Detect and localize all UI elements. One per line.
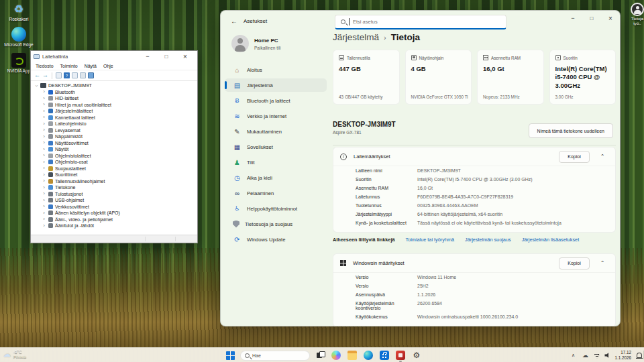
device-tree-item[interactable]: › Ääni-, video- ja peliohjaimet [34, 217, 197, 223]
device-tree-item[interactable]: › Näytöt [34, 146, 197, 153]
tray-icon[interactable] [604, 353, 610, 359]
menu-item[interactable]: Toiminto [60, 64, 78, 68]
copy-windows-specs-button[interactable]: Kopioi [559, 257, 590, 269]
related-link[interactable]: Toimialue tai työryhmä [405, 237, 454, 243]
chevron-right-icon[interactable]: › [42, 115, 46, 120]
chevron-right-icon[interactable]: › [42, 217, 46, 222]
device-tree-item[interactable]: › Ohjelmisto-osat [34, 159, 197, 166]
back-arrow-icon[interactable]: ← [34, 72, 40, 78]
chevron-right-icon[interactable]: › [42, 127, 46, 133]
chevron-right-icon[interactable]: › [42, 191, 46, 196]
device-tree-item[interactable]: › USB-ohjaimet [34, 197, 197, 204]
toolbar-icon[interactable] [64, 72, 70, 78]
device-tree-item[interactable]: › Äänitulot ja -lähdöt [34, 223, 197, 229]
chevron-right-icon[interactable]: › [42, 121, 46, 127]
taskbar-app-button[interactable] [330, 349, 342, 362]
menu-item[interactable]: Ohje [103, 64, 113, 68]
window-control-icon[interactable] [601, 11, 620, 25]
toolbar-icon[interactable] [88, 72, 94, 78]
clock[interactable]: 17.12 1.1.2026 [614, 350, 631, 361]
chevron-right-icon[interactable]: › [42, 172, 46, 178]
device-tree-item[interactable]: › Tulostusjonot [34, 191, 197, 198]
taskbar-search[interactable]: Hae [240, 351, 310, 361]
chevron-right-icon[interactable]: › [42, 198, 46, 203]
menu-item[interactable]: Näytä [85, 64, 97, 68]
settings-nav-item[interactable]: Tilit [225, 156, 327, 169]
toolbar-icon[interactable] [72, 72, 78, 78]
chevron-right-icon[interactable]: › [42, 210, 46, 216]
chevron-right-icon[interactable]: › [42, 153, 46, 158]
chevron-down-icon[interactable]: › [34, 83, 39, 88]
chevron-right-icon[interactable]: › [42, 185, 46, 190]
settings-nav-item[interactable]: Aika ja kieli [225, 171, 327, 184]
chevron-right-icon[interactable]: › [42, 96, 46, 101]
menu-item[interactable]: Tiedosto [36, 64, 54, 68]
device-tree-item[interactable]: › Näyttösovittimet [34, 140, 197, 147]
settings-nav-item[interactable]: Windows Update [225, 233, 327, 246]
windows-specs-header[interactable]: Windowsin määritykset Kopioi ⌃ [333, 254, 615, 273]
back-button[interactable]: ← [229, 15, 239, 26]
settings-search-input[interactable]: Etsi asetus [335, 15, 506, 29]
device-tree-root[interactable]: › DESKTOP-JM3IM9T [34, 82, 197, 89]
device-tree-item[interactable]: › HID-laitteet [34, 95, 197, 102]
chevron-right-icon[interactable]: › [42, 109, 46, 114]
device-tree-item[interactable]: › Bluetooth [34, 89, 197, 96]
taskbar-app-button[interactable] [411, 349, 423, 362]
chevron-right-icon[interactable]: › [42, 204, 46, 209]
copy-device-specs-button[interactable]: Kopioi [559, 151, 590, 163]
settings-nav-item[interactable]: Aloitus [225, 63, 327, 76]
window-control-icon[interactable] [564, 11, 582, 25]
tray-icon[interactable] [581, 351, 589, 360]
toolbar-icon[interactable] [56, 72, 62, 78]
start-button[interactable] [224, 349, 236, 362]
device-tree-item[interactable]: › Ohjelmistolaitteet [34, 153, 197, 160]
window-control-icon[interactable] [582, 11, 601, 25]
desktop-icon[interactable]: Roskakori [1, 1, 36, 21]
rename-pc-button[interactable]: Nimeä tämä tietokone uudelleen [529, 123, 613, 138]
settings-nav-item[interactable]: Verkko ja Internet [225, 109, 327, 123]
weather-widget[interactable]: ☁ -6°C Pilvistä [3, 349, 26, 359]
device-tree-item[interactable]: › Levyasemat [34, 127, 197, 134]
chevron-right-icon[interactable]: › [42, 223, 46, 229]
device-tree-item[interactable]: › Kannettavat laitteet [34, 115, 197, 121]
avatar[interactable] [231, 35, 249, 52]
chevron-right-icon[interactable]: › [42, 89, 46, 95]
chevron-up-icon[interactable]: ⌃ [596, 154, 608, 160]
taskbar-app-button[interactable] [362, 349, 374, 362]
device-tree-item[interactable]: › Järjestelmälaitteet [34, 108, 197, 115]
taskbar-app-button[interactable] [314, 349, 326, 362]
chevron-right-icon[interactable]: › [42, 166, 46, 171]
device-tree-item[interactable]: › Laiteohjelmisto [34, 121, 197, 127]
tray-icon[interactable] [569, 351, 577, 360]
chevron-up-icon[interactable]: ⌃ [596, 260, 608, 266]
chevron-right-icon[interactable]: › [42, 140, 46, 145]
tray-icon[interactable] [593, 353, 600, 359]
desktop-corner-icon[interactable]: Tietoja työ.. [619, 3, 644, 26]
chevron-right-icon[interactable]: › [42, 178, 46, 184]
chevron-right-icon[interactable]: › [42, 160, 46, 165]
device-tree-item[interactable]: › Hiiret ja muut osoitinlaitteet [34, 102, 197, 109]
device-tree-item[interactable]: › Äänen käsittelyn objektit (APO) [34, 210, 197, 217]
desktop-icon[interactable]: Microsoft Edge [1, 27, 36, 47]
taskbar-app-button[interactable] [378, 349, 390, 362]
chevron-right-icon[interactable]: › [42, 134, 46, 139]
toolbar-icon[interactable] [80, 72, 86, 78]
settings-nav-item[interactable]: Bluetooth ja laitteet [225, 94, 327, 107]
device-tree-item[interactable]: › Tietokone [34, 184, 197, 191]
device-tree-item[interactable]: › Suojauslaitteet [34, 166, 197, 172]
forward-arrow-icon[interactable]: → [42, 72, 48, 78]
settings-nav-item[interactable]: Järjestelmä [225, 78, 327, 92]
device-tree-item[interactable]: › Suorittimet [34, 172, 197, 178]
device-tree-item[interactable]: › Tallennusvälineohjaimet [34, 178, 197, 185]
settings-nav-item[interactable]: Sovellukset [225, 140, 327, 154]
device-tree-item[interactable]: › Verkkosovittimet [34, 204, 197, 210]
chevron-right-icon[interactable]: › [42, 102, 46, 107]
notifications-bell-icon[interactable] [637, 353, 642, 358]
settings-nav-item[interactable]: Mukauttaminen [225, 125, 327, 138]
taskbar-app-button[interactable] [346, 349, 358, 362]
device-tree-item[interactable]: › Näppäimistöt [34, 133, 197, 140]
related-link[interactable]: Järjestelmän suojaus [465, 237, 511, 243]
breadcrumb-parent[interactable]: Järjestelmä [333, 32, 379, 42]
settings-nav-item[interactable]: Tietosuoja ja suojaus [225, 217, 327, 231]
device-manager-titlebar[interactable]: Laitehallinta [31, 51, 197, 62]
